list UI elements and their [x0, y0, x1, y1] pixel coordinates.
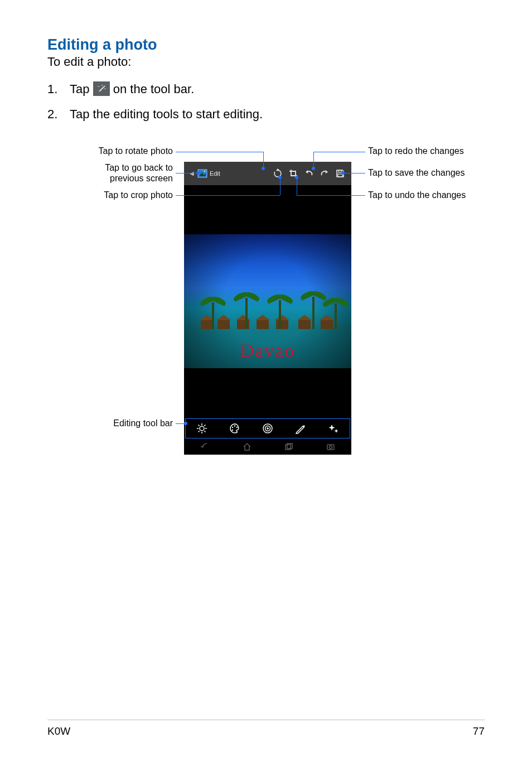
section-heading: Editing a photo [47, 36, 485, 54]
step-1: 1. Tap on the tool bar. [47, 79, 485, 99]
svg-point-22 [232, 427, 233, 428]
step-1-text-a: Tap [70, 82, 93, 96]
svg-marker-10 [326, 170, 328, 173]
svg-point-2 [104, 88, 105, 89]
callout-rotate: Tap to rotate photo [47, 146, 173, 156]
callout-back-line2: previous screen [110, 173, 173, 183]
step-2-text: Tap the editing tools to start editing. [70, 107, 263, 121]
redo-icon[interactable] [317, 162, 332, 185]
sparkle-tool-icon[interactable] [327, 422, 340, 435]
photo-caption: Davao [184, 340, 351, 361]
effects-tool-icon[interactable] [262, 422, 274, 435]
edit-label: Edit [210, 170, 220, 177]
nav-home-icon[interactable] [242, 442, 252, 452]
svg-line-0 [99, 87, 104, 91]
svg-line-19 [205, 431, 206, 432]
wand-icon [93, 81, 110, 96]
svg-point-13 [200, 426, 204, 431]
undo-icon[interactable] [301, 162, 317, 185]
step-1-text-b: on the tool bar. [113, 82, 195, 96]
photo-preview: Davao [184, 234, 351, 368]
svg-point-1 [103, 86, 105, 88]
callout-back: Tap to go back to previous screen [47, 163, 173, 184]
svg-point-23 [234, 426, 235, 427]
callout-save: Tap to save the changes [368, 168, 465, 178]
footer-model: K0W [47, 725, 70, 737]
intro-text: To edit a photo: [47, 55, 485, 69]
nav-recent-icon[interactable] [284, 442, 294, 452]
step-2-number: 2. [47, 104, 57, 124]
rotate-icon[interactable] [270, 162, 286, 185]
draw-tool-icon[interactable] [294, 422, 307, 435]
brightness-tool-icon[interactable] [196, 422, 208, 435]
nav-back-icon[interactable] [200, 442, 210, 452]
callout-back-line1: Tap to go back to [105, 163, 173, 172]
callout-undo: Tap to undo the changes [368, 190, 466, 200]
back-button[interactable]: ◄ Edit [184, 162, 224, 185]
svg-marker-9 [306, 170, 308, 173]
annotated-diagram: Tap to rotate photo Tap to go back to pr… [47, 146, 485, 459]
svg-line-20 [199, 431, 200, 432]
svg-point-25 [232, 430, 233, 431]
callout-redo: Tap to redo the changes [368, 146, 464, 156]
step-1-number: 1. [47, 79, 57, 99]
step-list: 1. Tap on the tool bar. 2. Tap the editi… [47, 79, 485, 124]
edit-top-toolbar: ◄ Edit [184, 162, 351, 185]
callout-crop: Tap to crop photo [47, 190, 173, 200]
svg-line-21 [205, 425, 206, 426]
device-screenshot: ◄ Edit [184, 162, 351, 455]
svg-point-32 [329, 446, 332, 449]
footer-rule [47, 720, 485, 720]
footer-page-number: 77 [473, 725, 485, 737]
system-nav-bar [184, 439, 351, 455]
step-2: 2. Tap the editing tools to start editin… [47, 104, 485, 124]
svg-point-28 [267, 428, 269, 430]
crop-icon[interactable] [286, 162, 301, 185]
editing-tool-bar [185, 418, 350, 438]
svg-point-7 [204, 171, 205, 172]
svg-marker-8 [276, 168, 280, 171]
palette-tool-icon[interactable] [229, 422, 241, 435]
nav-screenshot-icon[interactable] [326, 442, 336, 452]
svg-line-18 [199, 425, 200, 426]
callout-editbar: Editing tool bar [47, 418, 173, 428]
svg-point-3 [101, 85, 103, 86]
svg-point-4 [98, 86, 99, 87]
save-icon[interactable] [332, 162, 348, 185]
svg-point-24 [236, 427, 238, 428]
chevron-left-icon: ◄ [188, 170, 195, 177]
